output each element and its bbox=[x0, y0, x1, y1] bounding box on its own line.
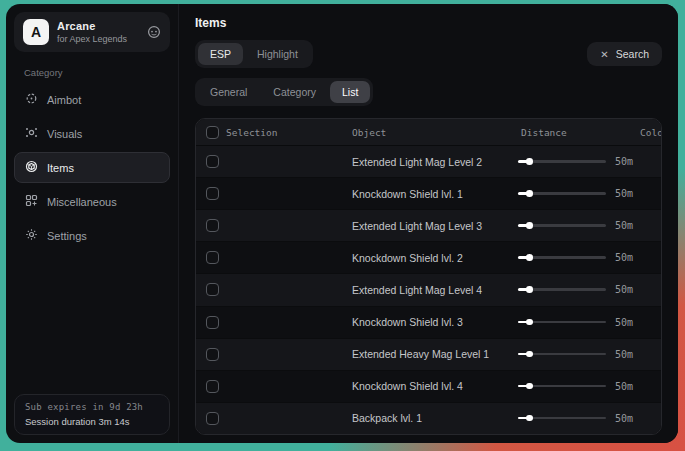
distance-slider[interactable] bbox=[518, 222, 606, 230]
discord-icon[interactable] bbox=[147, 25, 161, 39]
tab-esp[interactable]: ESP bbox=[198, 43, 243, 65]
distance-value: 50m bbox=[615, 284, 633, 295]
table-row: Extended Heavy Mag Level 1 50m bbox=[196, 339, 661, 371]
row-checkbox[interactable] bbox=[206, 155, 219, 168]
sidebar-item-label: Settings bbox=[47, 230, 87, 242]
close-icon: ✕ bbox=[600, 49, 608, 60]
distance-slider[interactable] bbox=[518, 414, 606, 422]
app-logo: A bbox=[23, 19, 49, 45]
tab-list[interactable]: List bbox=[330, 81, 370, 103]
object-name: Extended Heavy Mag Level 1 bbox=[352, 348, 508, 360]
sidebar-item-settings[interactable]: Settings bbox=[14, 220, 170, 251]
search-button[interactable]: ✕ Search bbox=[587, 42, 662, 66]
view-tabs: General Category List bbox=[195, 78, 373, 106]
row-checkbox[interactable] bbox=[206, 380, 219, 393]
mode-tabs: ESP Highlight bbox=[195, 40, 313, 68]
slider-handle[interactable] bbox=[526, 319, 533, 326]
distance-slider[interactable] bbox=[518, 254, 606, 262]
table-row: Knockdown Shield lvl. 1 50m bbox=[196, 178, 661, 210]
table-row: Knockdown Shield lvl. 3 50m bbox=[196, 307, 661, 339]
table-row: Extended Light Mag Level 4 50m bbox=[196, 274, 661, 306]
distance-slider[interactable] bbox=[518, 382, 606, 390]
main-panel: Items ESP Highlight ✕ Search General Cat… bbox=[178, 4, 678, 443]
slider-handle[interactable] bbox=[526, 383, 533, 390]
distance-value: 50m bbox=[615, 317, 633, 328]
distance-slider[interactable] bbox=[518, 190, 606, 198]
page-title: Items bbox=[195, 16, 662, 30]
sidebar-category-label: Category bbox=[24, 67, 170, 78]
row-checkbox[interactable] bbox=[206, 251, 219, 264]
sidebar-item-label: Aimbot bbox=[47, 94, 81, 106]
row-checkbox[interactable] bbox=[206, 219, 219, 232]
app-name: Arcane bbox=[57, 20, 127, 32]
object-name: Knockdown Shield lvl. 1 bbox=[352, 188, 508, 200]
distance-slider[interactable] bbox=[518, 318, 606, 326]
column-header-selection: Selection bbox=[226, 127, 352, 138]
table-body: Extended Light Mag Level 2 50m Knockdown… bbox=[196, 146, 661, 434]
slider-handle[interactable] bbox=[526, 351, 533, 358]
visuals-icon bbox=[25, 126, 38, 141]
distance-value: 50m bbox=[615, 220, 633, 231]
slider-handle[interactable] bbox=[526, 190, 533, 197]
table-row: Knockdown Shield lvl. 2 50m bbox=[196, 242, 661, 274]
sidebar-item-label: Visuals bbox=[47, 128, 82, 140]
distance-slider[interactable] bbox=[518, 350, 606, 358]
row-checkbox[interactable] bbox=[206, 412, 219, 425]
row-checkbox[interactable] bbox=[206, 348, 219, 361]
distance-value: 50m bbox=[615, 381, 633, 392]
object-name: Knockdown Shield lvl. 3 bbox=[352, 316, 508, 328]
gear-icon bbox=[25, 228, 38, 243]
session-duration: Session duration 3m 14s bbox=[25, 416, 159, 427]
sidebar-nav: Aimbot Visuals bbox=[14, 84, 170, 251]
distance-slider[interactable] bbox=[518, 286, 606, 294]
sidebar-item-visuals[interactable]: Visuals bbox=[14, 118, 170, 149]
column-header-object: Object bbox=[352, 127, 508, 138]
distance-value: 50m bbox=[615, 252, 633, 263]
column-header-color: Color bbox=[640, 127, 662, 138]
box-icon bbox=[25, 160, 38, 175]
row-checkbox[interactable] bbox=[206, 283, 219, 296]
tab-category[interactable]: Category bbox=[261, 81, 328, 103]
crosshair-icon bbox=[25, 92, 38, 107]
grid-icon bbox=[25, 194, 38, 209]
column-header-distance: Distance bbox=[508, 127, 640, 138]
object-name: Extended Light Mag Level 3 bbox=[352, 220, 508, 232]
object-name: Extended Light Mag Level 4 bbox=[352, 284, 508, 296]
sidebar-item-label: Items bbox=[47, 162, 74, 174]
table-row: Knockdown Shield lvl. 4 50m bbox=[196, 371, 661, 403]
slider-handle[interactable] bbox=[526, 158, 533, 165]
session-info-card: Sub expires in 9d 23h Session duration 3… bbox=[14, 394, 170, 435]
distance-value: 50m bbox=[615, 156, 633, 167]
sidebar-item-label: Miscellaneous bbox=[47, 196, 117, 208]
app-window: A Arcane for Apex Legends Category bbox=[6, 4, 678, 443]
table-row: Extended Light Mag Level 2 50m bbox=[196, 146, 661, 178]
search-button-label: Search bbox=[616, 48, 649, 60]
table-row: Backpack lvl. 1 50m bbox=[196, 403, 661, 434]
row-checkbox[interactable] bbox=[206, 187, 219, 200]
distance-value: 50m bbox=[615, 188, 633, 199]
subscription-expiry: Sub expires in 9d 23h bbox=[25, 402, 159, 412]
object-name: Extended Light Mag Level 2 bbox=[352, 156, 508, 168]
select-all-checkbox[interactable] bbox=[206, 126, 219, 139]
distance-slider[interactable] bbox=[518, 158, 606, 166]
sidebar-item-items[interactable]: Items bbox=[14, 152, 170, 183]
slider-handle[interactable] bbox=[526, 415, 533, 422]
object-name: Knockdown Shield lvl. 4 bbox=[352, 380, 508, 392]
slider-handle[interactable] bbox=[526, 222, 533, 229]
distance-value: 50m bbox=[615, 349, 633, 360]
sidebar: A Arcane for Apex Legends Category bbox=[6, 4, 178, 443]
app-header-card: A Arcane for Apex Legends bbox=[14, 12, 170, 52]
distance-value: 50m bbox=[615, 413, 633, 424]
slider-handle[interactable] bbox=[526, 286, 533, 293]
tab-general[interactable]: General bbox=[198, 81, 259, 103]
row-checkbox[interactable] bbox=[206, 316, 219, 329]
object-name: Knockdown Shield lvl. 2 bbox=[352, 252, 508, 264]
sidebar-item-aimbot[interactable]: Aimbot bbox=[14, 84, 170, 115]
tab-highlight[interactable]: Highlight bbox=[245, 43, 310, 65]
app-subtitle: for Apex Legends bbox=[57, 34, 127, 44]
object-name: Backpack lvl. 1 bbox=[352, 412, 508, 424]
table-row: Extended Light Mag Level 3 50m bbox=[196, 210, 661, 242]
slider-handle[interactable] bbox=[526, 254, 533, 261]
sidebar-item-miscellaneous[interactable]: Miscellaneous bbox=[14, 186, 170, 217]
table-header: Selection Object Distance Color bbox=[196, 119, 661, 146]
